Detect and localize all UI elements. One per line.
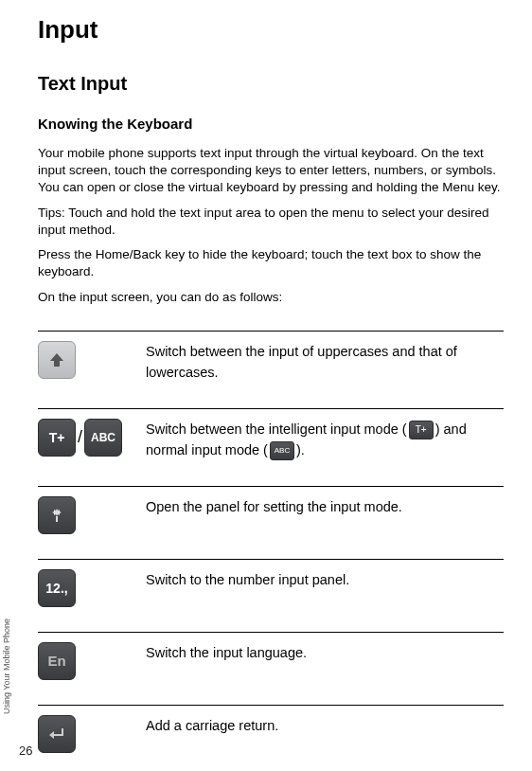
number-panel-icon: 12., [38, 569, 76, 607]
settings-wrench-icon [38, 496, 76, 534]
table-row: Open the panel for setting the input mod… [38, 486, 504, 559]
icon-cell: En [38, 642, 142, 680]
page-number: 26 [19, 744, 32, 758]
row-description: Switch between the input of uppercases a… [142, 341, 504, 384]
body-paragraph: Your mobile phone supports text input th… [38, 145, 504, 197]
table-row: Switch between the input of uppercases a… [38, 331, 504, 408]
enter-icon [38, 715, 76, 753]
row-description: Switch the input language. [142, 642, 504, 663]
row-description: Switch to the number input panel. [142, 569, 504, 590]
table-row: T+ / ABC Switch between the intelligent … [38, 408, 504, 486]
desc-part: ). [296, 442, 305, 457]
page-title: Input [38, 15, 504, 45]
table-row: Add a carriage return. [38, 705, 504, 771]
row-description: Open the panel for setting the input mod… [142, 496, 504, 517]
body-paragraph: Press the Home/Back key to hide the keyb… [38, 246, 504, 280]
section-heading: Text Input [38, 73, 504, 95]
body-paragraph: Tips: Touch and hold the text input area… [38, 205, 504, 239]
slash-separator: / [78, 427, 82, 447]
subsection-heading: Knowing the Keyboard [38, 116, 504, 132]
table-row: 12., Switch to the number input panel. [38, 559, 504, 632]
t-plus-icon: T+ [38, 419, 76, 457]
desc-part: Switch between the intelligent input mod… [146, 421, 407, 437]
keyboard-actions-table: Switch between the input of uppercases a… [38, 331, 504, 771]
shift-icon [38, 341, 76, 379]
icon-cell [38, 496, 142, 534]
side-label: Using Your Mobile Phone [2, 619, 11, 714]
row-description: Add a carriage return. [142, 715, 504, 736]
row-description: Switch between the intelligent input mod… [142, 419, 504, 461]
abc-inline-icon: ABC [270, 441, 294, 460]
table-row: En Switch the input language. [38, 632, 504, 705]
icon-cell [38, 341, 142, 379]
abc-icon: ABC [84, 419, 122, 457]
icon-cell: T+ / ABC [38, 419, 142, 457]
icon-cell: 12., [38, 569, 142, 607]
language-icon: En [38, 642, 76, 680]
t-plus-inline-icon: T+ [409, 421, 434, 439]
icon-cell [38, 715, 142, 753]
body-paragraph: On the input screen, you can do as follo… [38, 289, 504, 306]
